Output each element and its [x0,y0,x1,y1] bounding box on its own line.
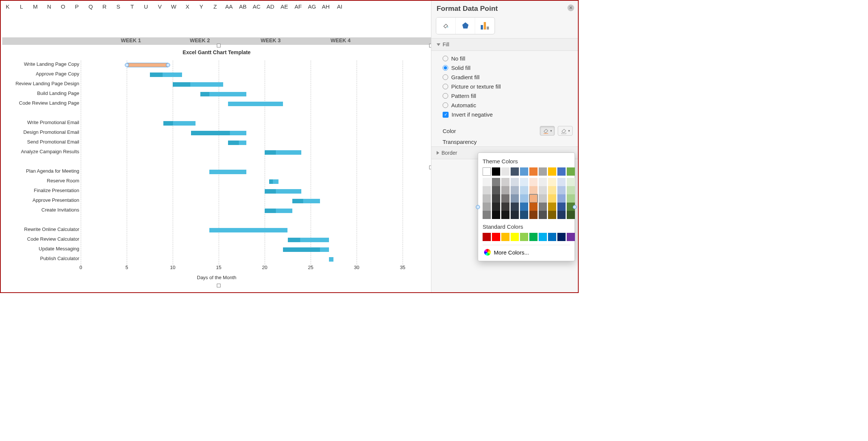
color-swatch[interactable] [557,178,566,186]
color-swatch[interactable] [539,203,547,211]
gantt-bar[interactable] [190,82,223,87]
gantt-bar[interactable] [303,199,320,203]
color-swatch[interactable] [520,167,528,176]
column-header[interactable]: O [56,1,70,12]
column-header[interactable]: AE [277,1,291,12]
fill-color-button[interactable]: ▾ [540,126,555,136]
color-swatch[interactable] [548,186,556,194]
column-header[interactable]: AA [222,1,236,12]
color-swatch[interactable] [483,186,491,194]
gantt-bar[interactable] [273,179,278,184]
color-swatch[interactable] [539,194,547,203]
invert-if-negative[interactable]: ✓Invert if negative [443,110,573,119]
column-header[interactable]: V [153,1,167,12]
color-swatch[interactable] [483,233,491,241]
fill-tab[interactable] [436,18,456,34]
color-swatch[interactable] [539,167,547,176]
color-swatch[interactable] [539,186,547,194]
color-swatch[interactable] [520,203,528,211]
gantt-bar[interactable] [209,170,246,174]
column-header[interactable]: AC [250,1,264,12]
gantt-bar-segment[interactable] [173,82,190,87]
gantt-bar[interactable] [329,257,333,262]
gantt-bar-segment[interactable] [163,121,173,126]
color-swatch[interactable] [501,194,510,203]
gantt-bar-segment[interactable] [265,150,276,155]
column-header[interactable]: M [28,1,42,12]
column-header[interactable]: Z [208,1,222,12]
gantt-chart[interactable]: Excel Gantt Chart Template Write Landing… [2,46,431,286]
column-header[interactable]: AD [264,1,277,12]
color-swatch[interactable] [557,167,566,176]
gantt-bar[interactable] [300,238,329,242]
gantt-bar-segment[interactable] [265,189,276,194]
gantt-bar[interactable] [230,131,246,135]
color-swatch[interactable] [548,211,556,219]
chart-handle[interactable] [217,44,221,47]
column-header[interactable]: U [139,1,153,12]
color-swatch[interactable] [511,167,519,176]
gantt-bar-segment[interactable] [265,209,276,213]
color-swatch[interactable] [557,211,566,219]
color-swatch[interactable] [548,178,556,186]
gantt-bar-segment[interactable] [283,247,320,252]
color-swatch[interactable] [501,178,510,186]
color-swatch[interactable] [483,178,491,186]
column-header[interactable]: W [167,1,181,12]
color-swatch[interactable] [548,203,556,211]
color-swatch[interactable] [483,194,491,203]
color-swatch[interactable] [492,178,500,186]
color-swatch[interactable] [567,211,575,219]
column-header[interactable]: AG [305,1,319,12]
color-swatch[interactable] [520,211,528,219]
column-header[interactable]: Q [84,1,98,12]
column-header[interactable]: AH [319,1,333,12]
color-swatch[interactable] [529,167,538,176]
effects-tab[interactable] [456,18,475,34]
color-swatch[interactable] [548,194,556,203]
color-swatch[interactable] [501,233,510,241]
invert-color-button[interactable]: ▾ [558,126,573,136]
column-header[interactable]: X [181,1,194,12]
gantt-bar-segment[interactable] [191,131,230,135]
color-swatch[interactable] [557,186,566,194]
color-swatch[interactable] [501,203,510,211]
color-swatch[interactable] [511,211,519,219]
gantt-bar[interactable] [239,141,246,145]
color-swatch[interactable] [501,167,510,176]
gantt-bar-segment[interactable] [150,73,163,77]
gantt-bar[interactable] [209,228,287,232]
gantt-bar-segment[interactable] [200,92,210,96]
gantt-bar[interactable] [320,247,329,252]
color-swatch[interactable] [529,233,538,241]
color-swatch[interactable] [483,203,491,211]
column-header[interactable]: N [42,1,56,12]
series-options-tab[interactable] [475,18,495,34]
color-swatch[interactable] [492,211,500,219]
color-swatch[interactable] [557,233,566,241]
color-swatch[interactable] [529,203,538,211]
color-swatch[interactable] [511,194,519,203]
chart-handle[interactable] [217,284,221,287]
color-swatch[interactable] [483,211,491,219]
color-swatch[interactable] [492,203,500,211]
color-swatch[interactable] [501,186,510,194]
color-swatch[interactable] [520,233,528,241]
gantt-bar[interactable] [276,189,302,194]
color-swatch[interactable] [529,178,538,186]
gantt-bar[interactable] [173,121,196,126]
color-swatch[interactable] [567,186,575,194]
gantt-bar-segment[interactable] [292,199,304,203]
column-header[interactable]: AF [291,1,305,12]
color-swatch[interactable] [539,178,547,186]
column-header[interactable]: Y [194,1,208,12]
color-swatch[interactable] [567,167,575,176]
color-swatch[interactable] [520,186,528,194]
column-header[interactable]: AI [333,1,347,12]
color-swatch[interactable] [548,233,556,241]
fill-option[interactable]: No fill [443,54,573,63]
color-swatch[interactable] [492,186,500,194]
column-header[interactable]: AB [236,1,250,12]
column-header[interactable]: P [70,1,84,12]
fill-option[interactable]: Automatic [443,101,573,110]
